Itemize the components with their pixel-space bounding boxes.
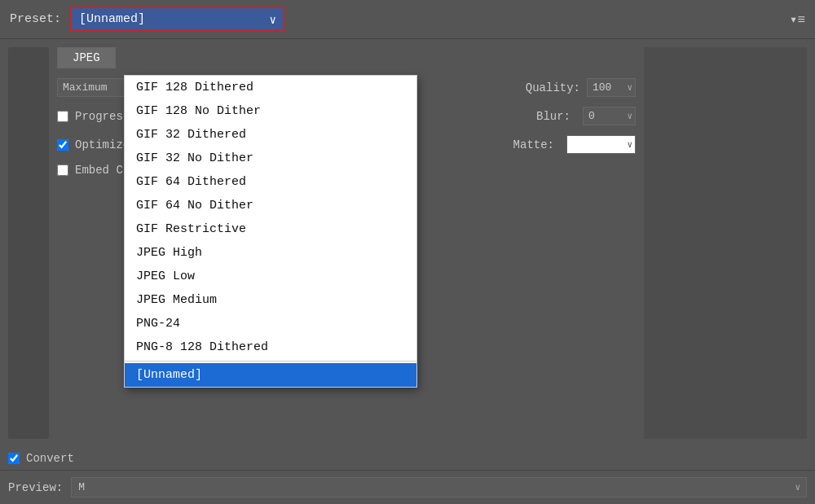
quality-label: Quality: <box>526 81 580 94</box>
format-tab-jpeg[interactable]: JPEG <box>57 47 116 68</box>
dropdown-item-gif32d[interactable]: GIF 32 Dithered <box>125 123 416 147</box>
preview-select[interactable]: M <box>71 477 807 497</box>
progressive-checkbox[interactable] <box>57 111 68 122</box>
preset-select-box[interactable]: [Unnamed] <box>71 8 283 30</box>
dropdown-item-gif128d[interactable]: GIF 128 Dithered <box>125 76 416 99</box>
dropdown-item-jpeghigh[interactable]: JPEG High <box>125 241 416 265</box>
right-panel <box>644 47 807 439</box>
blur-section: Blur: 0 ∨ <box>536 107 636 125</box>
header-right: ▾≡ <box>790 11 805 28</box>
dropdown-item-png24[interactable]: PNG-24 <box>125 312 416 335</box>
convert-label: Convert <box>26 452 74 465</box>
blur-select[interactable]: 0 <box>583 107 636 125</box>
dropdown-item-gifr[interactable]: GIF Restrictive <box>125 217 416 241</box>
preview-select-wrapper: M ∨ <box>71 477 807 497</box>
dropdown-item-gif128nd[interactable]: GIF 128 No Dither <box>125 99 416 123</box>
convert-row: Convert <box>0 447 815 470</box>
bottom-bar: Preview: M ∨ <box>0 470 815 504</box>
matte-section: Matte: ∨ <box>513 135 636 154</box>
format-tabs: JPEG <box>57 47 636 68</box>
matte-select[interactable] <box>566 135 636 154</box>
quality-wrapper: 100 ∨ <box>587 78 636 97</box>
preset-select-wrapper: [Unnamed] ∨ <box>69 7 284 32</box>
blur-label: Blur: <box>536 110 570 123</box>
dropdown-item-gif64d[interactable]: GIF 64 Dithered <box>125 170 416 194</box>
header-bar: Preset: [Unnamed] ∨ ▾≡ <box>0 0 815 39</box>
preset-value: [Unnamed] <box>79 12 145 26</box>
preview-label: Preview: <box>8 481 63 494</box>
preset-label: Preset: <box>10 12 61 26</box>
preset-dropdown: GIF 128 Dithered GIF 128 No Dither GIF 3… <box>124 75 417 388</box>
embed-checkbox[interactable] <box>57 164 68 176</box>
blur-wrapper: 0 ∨ <box>583 107 636 125</box>
convert-checkbox-row: Convert <box>8 452 74 465</box>
dropdown-item-jpeglow[interactable]: JPEG Low <box>125 265 416 288</box>
dropdown-item-png8128d[interactable]: PNG-8 128 Dithered <box>125 335 416 359</box>
convert-checkbox[interactable] <box>8 453 20 464</box>
quality-input[interactable]: 100 <box>587 78 636 97</box>
dropdown-item-jpegmedium[interactable]: JPEG Medium <box>125 288 416 312</box>
dropdown-item-gif64nd[interactable]: GIF 64 No Dither <box>125 194 416 217</box>
embed-label: Embed C <box>75 164 123 177</box>
dropdown-item-unnamed[interactable]: [Unnamed] <box>125 363 416 387</box>
dropdown-divider <box>125 361 416 362</box>
menu-icon[interactable]: ▾≡ <box>790 11 805 28</box>
embed-checkbox-row: Embed C <box>57 164 123 177</box>
main-panel: Preset: [Unnamed] ∨ ▾≡ JPEG Maximum <box>0 0 815 504</box>
dropdown-item-gif32nd[interactable]: GIF 32 No Dither <box>125 147 416 170</box>
quality-section: Quality: 100 ∨ <box>526 78 636 97</box>
matte-label: Matte: <box>513 138 554 151</box>
matte-wrapper: ∨ <box>566 135 636 154</box>
left-strip <box>8 47 49 439</box>
content-area: JPEG Maximum ∨ Quality: 100 ∨ <box>0 39 815 447</box>
optimized-checkbox[interactable] <box>57 139 68 151</box>
